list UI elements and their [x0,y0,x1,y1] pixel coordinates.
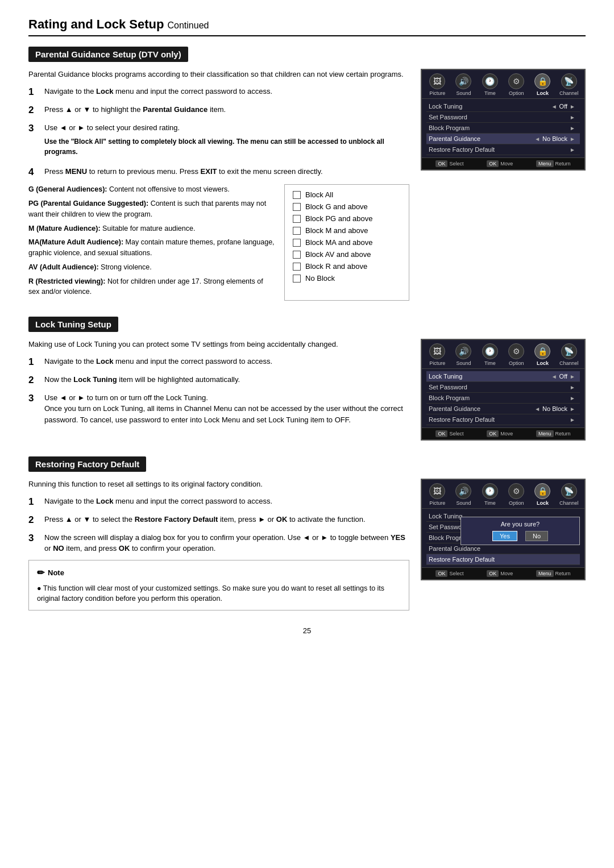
note-icon: ✏ [37,566,44,580]
step-item: 2 Now the Lock Tuning item will be highl… [28,374,409,387]
tv-menu-body-1: Lock Tuning ◄ Off ► Set Password ► Block… [422,99,584,157]
lock-tuning-section: Lock Tuning Setup Making use of Lock Tun… [28,317,586,441]
tv-icon-channel: 📡 Channel [559,73,579,96]
tv-icon-picture: 🖼 Picture [427,483,447,506]
tv-menu-display-1: 🖼 Picture 🔊 Sound 🕐 Time ⚙ Option [421,69,586,171]
tv-menu-icons-2: 🖼 Picture 🔊 Sound 🕐 Time ⚙ Option [422,340,584,369]
restore-left-col: Running this function to reset all setti… [28,479,409,610]
tv-menu-icons-1: 🖼 Picture 🔊 Sound 🕐 Time ⚙ Option [422,70,584,99]
rating-checkbox[interactable] [293,191,301,199]
tv-icon-picture: 🖼 Picture [427,73,447,96]
ratings-desc: G (General Audiences): Content not offen… [28,184,275,301]
tv-menu-row-lock-tuning: Lock Tuning ◄ Off ► [426,101,580,112]
step-item: 1 Navigate to the Lock menu and input th… [28,356,409,368]
note-box: ✏ Note ● This function will clear most o… [28,560,409,611]
parental-left-col: Parental Guidance blocks programs accord… [28,69,409,301]
main-title: Rating and Lock Setup Continued [28,17,586,36]
rating-item: Block G and above [293,202,401,211]
rating-checkbox[interactable] [293,275,301,283]
rating-item: Block R and above [293,262,401,271]
tv-menu-row-restore-default: Restore Factory Default ► [426,144,580,155]
tv-menu-row-set-password: Set Password ► [426,112,580,123]
dialog-no-button[interactable]: No [525,531,548,541]
tv-menu-body-3: Lock Tuning Set Password Block Program P… [422,509,584,567]
lock-left-col: Making use of Lock Tuning you can protec… [28,339,409,431]
tv-menu-row-parental-guidance: Parental Guidance ◄ No Block ► [426,404,580,414]
tv-menu-display-2: 🖼 Picture 🔊 Sound 🕐 Time ⚙ Option [421,339,586,441]
lock-tuning-header: Lock Tuning Setup [28,317,118,332]
tv-menu-row-block-program: Block Program ► [426,393,580,404]
continued-text: Continued [167,20,209,30]
tv-icon-lock-active: 🔒 Lock [532,343,553,366]
rating-item: Block M and above [293,226,401,235]
tv-icon-channel: 📡 Channel [559,483,579,506]
tv-icon-time: 🕐 Time [480,343,500,366]
ratings-area: G (General Audiences): Content not offen… [28,184,409,301]
rating-item: Block All [293,190,401,199]
parental-intro: Parental Guidance blocks programs accord… [28,69,409,80]
rating-item: Block PG and above [293,214,401,223]
tv-menu-icons-3: 🖼 Picture 🔊 Sound 🕐 Time ⚙ Option [422,480,584,509]
rating-item: No Block [293,274,401,283]
tv-menu-row-block-program: Block Program ► [426,123,580,134]
rating-checkbox[interactable] [293,203,301,211]
tv-icon-lock-active: 🔒 Lock [532,483,553,506]
lock-intro: Making use of Lock Tuning you can protec… [28,339,409,350]
step-item: 4 Press MENU to return to previous menu.… [28,166,409,178]
ratings-panel: Block All Block G and above Block PG and… [284,184,409,301]
tv-icon-option: ⚙ Option [506,73,526,96]
page-number: 25 [28,626,586,635]
tv-icon-lock-active: 🔒 Lock [532,73,553,96]
step-item: 2 Press ▲ or ▼ to select the Restore Fac… [28,514,409,526]
tv-icon-sound: 🔊 Sound [453,73,474,96]
tv-icon-option: ⚙ Option [506,343,526,366]
tv-icon-sound: 🔊 Sound [453,483,474,506]
tv-icon-time: 🕐 Time [480,483,500,506]
block-all-note: Use the "Block All" setting to completel… [44,136,409,157]
note-header: ✏ Note [37,566,401,580]
note-text: ● This function will clear most of your … [37,583,401,605]
tv-menu-2: 🖼 Picture 🔊 Sound 🕐 Time ⚙ Option [421,339,586,441]
rating-checkbox[interactable] [293,251,301,259]
parental-section: Parental Guidance Setup (DTV only) Paren… [28,47,586,301]
tv-menu-footer-2: OK Select OK Move Menu Return [422,427,584,439]
tv-menu-3: 🖼 Picture 🔊 Sound 🕐 Time ⚙ Option [421,479,586,580]
tv-icon-picture: 🖼 Picture [427,343,447,366]
rating-checkbox[interactable] [293,215,301,223]
tv-menu-row-set-password: Set Password ► [426,382,580,393]
step-item: 1 Navigate to the Lock menu and input th… [28,496,409,508]
dialog-buttons: Yes No [467,531,574,541]
rating-item: Block MA and above [293,238,401,247]
step-item: 3 Use ◄ or ► to turn on or turn off the … [28,392,409,426]
step-item: 1 Navigate to the Lock menu and input th… [28,86,409,98]
tv-icon-channel: 📡 Channel [559,343,579,366]
restore-section-header: Restoring Factory Default [28,456,146,472]
step-item: 3 Use ◄ or ► to select your desired rati… [28,122,409,161]
tv-menu-1: 🖼 Picture 🔊 Sound 🕐 Time ⚙ Option [421,69,586,171]
rating-checkbox[interactable] [293,263,301,271]
tv-menu-body-2: Lock Tuning ◄ Off ► Set Password ► Block… [422,369,584,427]
tv-menu-footer-1: OK Select OK Move Menu Return [422,157,584,169]
step-item: 2 Press ▲ or ▼ to highlight the Parental… [28,104,409,117]
tv-menu-display-3: 🖼 Picture 🔊 Sound 🕐 Time ⚙ Option [421,479,586,580]
tv-icon-time: 🕐 Time [480,73,500,96]
tv-icon-sound: 🔊 Sound [453,343,474,366]
rating-item: Block AV and above [293,250,401,259]
step-item: 3 Now the screen will display a dialog b… [28,532,409,554]
tv-menu-row-restore-default: Restore Factory Default [426,554,580,565]
restore-section: Restoring Factory Default Running this f… [28,456,586,610]
parental-section-header: Parental Guidance Setup (DTV only) [28,47,188,62]
tv-menu-footer-3: OK Select OK Move Menu Return [422,567,584,579]
are-you-sure-dialog: Are you sure? Yes No [460,517,580,545]
tv-menu-row-restore-default: Restore Factory Default ► [426,414,580,425]
rating-checkbox[interactable] [293,239,301,247]
restore-steps: 1 Navigate to the Lock menu and input th… [28,496,409,554]
dialog-title: Are you sure? [467,521,574,528]
title-text: Rating and Lock Setup [28,17,164,31]
rating-checkbox[interactable] [293,227,301,235]
lock-steps: 1 Navigate to the Lock menu and input th… [28,356,409,426]
tv-menu-row-lock-tuning: Lock Tuning ◄ Off ► [426,371,580,382]
tv-icon-option: ⚙ Option [506,483,526,506]
dialog-yes-button[interactable]: Yes [492,531,517,541]
parental-steps: 1 Navigate to the Lock menu and input th… [28,86,409,179]
